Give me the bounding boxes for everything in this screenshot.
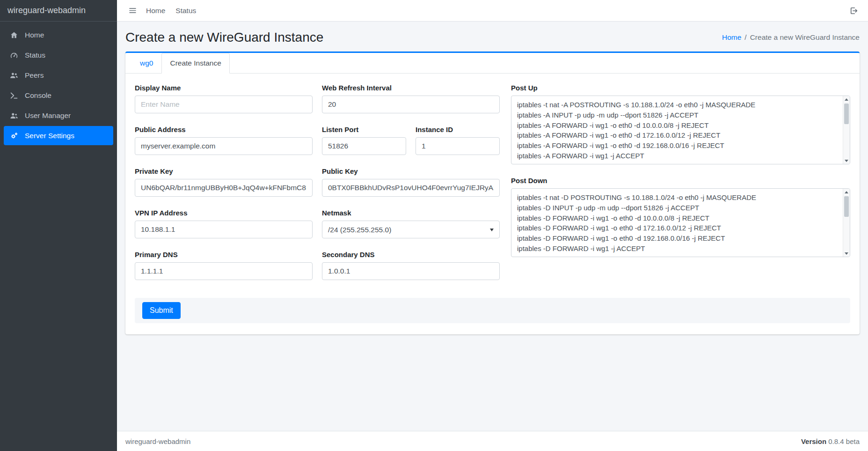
post-up-scrollbar[interactable] (843, 96, 850, 164)
display-name-input[interactable] (135, 96, 313, 113)
public-address-group: Public Address (135, 126, 313, 155)
private-key-group: Private Key (135, 167, 313, 197)
secondary-dns-input[interactable] (322, 262, 500, 280)
public-address-label: Public Address (135, 126, 313, 133)
tachometer-icon (8, 51, 20, 59)
sidebar-item-peers[interactable]: Peers (4, 66, 113, 85)
logout-icon[interactable] (847, 6, 861, 15)
scroll-down-arrow-icon[interactable] (843, 250, 850, 257)
submit-band: Submit (135, 298, 850, 323)
public-address-input[interactable] (135, 137, 313, 155)
scroll-down-arrow-icon[interactable] (843, 157, 850, 164)
secondary-dns-group: Secondary DNS (322, 251, 500, 280)
version-label: Version (801, 437, 826, 445)
post-down-scrollbar[interactable] (843, 189, 850, 257)
post-down-scroll-track[interactable] (843, 195, 850, 250)
user-group-icon (8, 111, 20, 120)
netmask-select[interactable]: /24 (255.255.255.0) (322, 221, 500, 238)
post-up-group: Post Up iptables -t nat -A POSTROUTING -… (511, 84, 850, 164)
instance-id-input[interactable] (416, 137, 500, 155)
sidebar-item-label: Peers (25, 71, 44, 80)
public-key-label: Public Key (322, 167, 500, 175)
main-column: Home Status Create a new WireGuard Insta… (117, 0, 868, 451)
sidebar-item-home[interactable]: Home (4, 25, 113, 44)
web-refresh-interval-label: Web Refresh Interval (322, 84, 500, 92)
footer-version: Version 0.8.4 beta (801, 437, 860, 445)
content: Create a new WireGuard Instance Home / C… (117, 22, 868, 431)
brand-link[interactable]: wireguard-webadmin (0, 0, 117, 22)
version-value: 0.8.4 beta (828, 437, 860, 445)
post-up-wrap: iptables -t nat -A POSTROUTING -s 10.188… (511, 96, 850, 164)
primary-dns-input[interactable] (135, 262, 313, 280)
footer-brand: wireguard-webadmin (125, 437, 190, 445)
web-refresh-interval-input[interactable] (322, 96, 500, 113)
sidebar-item-console[interactable]: Console (4, 86, 113, 105)
listen-port-label: Listen Port (322, 126, 406, 133)
post-down-group: Post Down iptables -t nat -D POSTROUTING… (511, 177, 850, 257)
vpn-ip-label: VPN IP Address (135, 209, 313, 217)
terminal-icon (8, 91, 20, 100)
vpn-ip-input[interactable] (135, 221, 313, 238)
sidebar-item-server-settings[interactable]: Server Settings (4, 126, 113, 145)
sidebar-menu: Home Status Peers Console User Manager (0, 22, 117, 149)
sidebar-item-label: Status (25, 51, 45, 59)
web-refresh-interval-group: Web Refresh Interval (322, 84, 500, 113)
form-left-columns: Display Name Web Refresh Interval Public… (135, 84, 500, 292)
public-key-group: Public Key (322, 167, 500, 197)
netmask-label: Netmask (322, 209, 500, 217)
post-up-scroll-thumb[interactable] (844, 104, 849, 124)
breadcrumb-home-link[interactable]: Home (722, 33, 741, 42)
private-key-input[interactable] (135, 179, 313, 197)
form-grid: Display Name Web Refresh Interval Public… (135, 84, 850, 292)
topbar-link-status[interactable]: Status (170, 7, 201, 15)
page-title: Create a new WireGuard Instance (125, 30, 323, 45)
private-key-label: Private Key (135, 167, 313, 175)
breadcrumb-current: Create a new WireGuard Instance (750, 33, 860, 42)
post-up-label: Post Up (511, 84, 850, 92)
primary-dns-group: Primary DNS (135, 251, 313, 280)
users-icon (8, 71, 20, 80)
instance-id-group: Instance ID (416, 126, 500, 155)
sidebar-item-user-manager[interactable]: User Manager (4, 106, 113, 125)
submit-button[interactable]: Submit (142, 302, 181, 319)
scroll-up-arrow-icon[interactable] (843, 96, 850, 103)
sidebar-item-label: Server Settings (25, 132, 74, 140)
scroll-up-arrow-icon[interactable] (843, 189, 850, 195)
form-right-column: Post Up iptables -t nat -A POSTROUTING -… (511, 84, 850, 292)
post-up-scroll-track[interactable] (843, 103, 850, 157)
sidebar-item-label: User Manager (25, 111, 71, 120)
post-down-wrap: iptables -t nat -D POSTROUTING -s 10.188… (511, 188, 850, 257)
card-body: Display Name Web Refresh Interval Public… (125, 74, 860, 334)
tab-wg0[interactable]: wg0 (131, 53, 161, 74)
instance-card: wg0 Create Instance Display Name Web (125, 52, 860, 334)
instance-id-label: Instance ID (416, 126, 500, 133)
listen-port-input[interactable] (322, 137, 406, 155)
display-name-label: Display Name (135, 84, 313, 92)
footer: wireguard-webadmin Version 0.8.4 beta (117, 431, 868, 451)
breadcrumb-separator: / (744, 33, 746, 42)
display-name-group: Display Name (135, 84, 313, 113)
public-key-input[interactable] (322, 179, 500, 197)
netmask-select-wrap: /24 (255.255.255.0) (322, 221, 500, 238)
netmask-group: Netmask /24 (255.255.255.0) (322, 209, 500, 238)
post-down-textarea[interactable]: iptables -t nat -D POSTROUTING -s 10.188… (511, 188, 850, 257)
post-down-scroll-thumb[interactable] (844, 196, 849, 217)
card-tabs: wg0 Create Instance (125, 53, 860, 74)
sidebar: wireguard-webadmin Home Status Peers Con… (0, 0, 117, 451)
breadcrumb: Home / Create a new WireGuard Instance (722, 33, 860, 42)
topbar: Home Status (117, 0, 868, 22)
content-header: Create a new WireGuard Instance Home / C… (117, 22, 868, 52)
sidebar-item-label: Console (25, 91, 51, 100)
vpn-ip-group: VPN IP Address (135, 209, 313, 238)
tab-create-instance[interactable]: Create Instance (161, 53, 229, 74)
listen-port-group: Listen Port (322, 126, 406, 155)
topbar-link-home[interactable]: Home (141, 7, 170, 15)
primary-dns-label: Primary DNS (135, 251, 313, 259)
sidebar-item-label: Home (25, 31, 44, 39)
post-up-textarea[interactable]: iptables -t nat -A POSTROUTING -s 10.188… (511, 96, 850, 164)
secondary-dns-label: Secondary DNS (322, 251, 500, 259)
post-down-label: Post Down (511, 177, 850, 185)
sidebar-item-status[interactable]: Status (4, 45, 113, 65)
gears-icon (8, 132, 20, 140)
hamburger-icon[interactable] (124, 6, 141, 15)
